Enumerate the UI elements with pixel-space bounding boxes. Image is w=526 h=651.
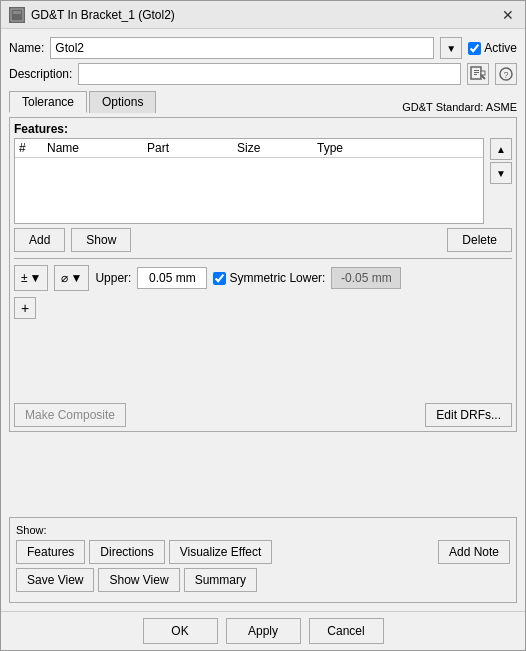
content-area: Name: ▼ Active Description:: [1, 29, 525, 611]
show-section-label: Show:: [16, 524, 510, 536]
tab-tolerance[interactable]: Tolerance: [9, 91, 87, 113]
col-part: Part: [147, 141, 237, 155]
description-label: Description:: [9, 67, 72, 81]
add-button[interactable]: Add: [14, 228, 65, 252]
col-type: Type: [317, 141, 479, 155]
features-table: # Name Part Size Type: [14, 138, 484, 224]
features-label: Features:: [14, 122, 512, 136]
divider1: [14, 258, 512, 259]
description-input[interactable]: [78, 63, 461, 85]
col-name: Name: [47, 141, 147, 155]
symmetric-label: Symmetric Lower:: [213, 271, 325, 285]
cancel-button[interactable]: Cancel: [309, 618, 384, 644]
table-body[interactable]: [15, 158, 483, 223]
tab-options[interactable]: Options: [89, 91, 156, 113]
close-button[interactable]: ✕: [499, 6, 517, 24]
circle-symbol: ⌀: [61, 271, 68, 285]
active-checkbox[interactable]: [468, 42, 481, 55]
scroll-buttons: ▲ ▼: [490, 138, 512, 224]
upper-label: Upper:: [95, 271, 131, 285]
tabs-header: Tolerance Options GD&T Standard: ASME: [9, 89, 517, 113]
features-btn-row: Add Show Delete: [14, 228, 512, 252]
features-table-wrapper: # Name Part Size Type ▲ ▼: [14, 138, 512, 224]
lower-input: [331, 267, 401, 289]
svg-rect-6: [474, 74, 477, 75]
active-checkbox-label: Active: [468, 41, 517, 55]
description-row: Description: ?: [9, 63, 517, 85]
show-view-btn[interactable]: Show View: [98, 568, 179, 592]
make-composite-button[interactable]: Make Composite: [14, 403, 126, 427]
window-icon: [9, 7, 25, 23]
svg-rect-1: [13, 11, 17, 14]
edit-drfs-button[interactable]: Edit DRFs...: [425, 403, 512, 427]
scroll-down-btn[interactable]: ▼: [490, 162, 512, 184]
desc-icon-btn2[interactable]: ?: [495, 63, 517, 85]
name-dropdown-btn[interactable]: ▼: [440, 37, 462, 59]
svg-rect-2: [17, 11, 21, 14]
desc-icon-btn1[interactable]: [467, 63, 489, 85]
empty-area: [14, 319, 512, 399]
apply-button[interactable]: Apply: [226, 618, 301, 644]
gdt-standard: GD&T Standard: ASME: [402, 101, 517, 113]
tabs: Tolerance Options: [9, 91, 156, 113]
delete-button[interactable]: Delete: [447, 228, 512, 252]
directions-show-btn[interactable]: Directions: [89, 540, 164, 564]
table-header: # Name Part Size Type: [15, 139, 483, 158]
tolerance-row: ± ▼ ⌀ ▼ Upper: Symmetric Lower:: [14, 265, 512, 291]
title-bar-left: GD&T In Bracket_1 (Gtol2): [9, 7, 175, 23]
show-btns-row1: Features Directions Visualize Effect Add…: [16, 540, 510, 564]
col-size: Size: [237, 141, 317, 155]
scroll-up-btn[interactable]: ▲: [490, 138, 512, 160]
svg-rect-5: [474, 72, 479, 73]
sym-dropdown-btn[interactable]: ± ▼: [14, 265, 48, 291]
symmetric-checkbox[interactable]: [213, 272, 226, 285]
upper-input[interactable]: [137, 267, 207, 289]
svg-rect-4: [474, 70, 479, 71]
show-button[interactable]: Show: [71, 228, 131, 252]
visualize-effect-btn[interactable]: Visualize Effect: [169, 540, 273, 564]
col-hash: #: [19, 141, 47, 155]
ok-button[interactable]: OK: [143, 618, 218, 644]
show-btns-row2: Save View Show View Summary: [16, 568, 510, 592]
add-note-button[interactable]: Add Note: [438, 540, 510, 564]
svg-rect-0: [11, 9, 23, 21]
circle-dropdown-btn[interactable]: ⌀ ▼: [54, 265, 89, 291]
active-label: Active: [484, 41, 517, 55]
title-bar: GD&T In Bracket_1 (Gtol2) ✕: [1, 1, 525, 29]
main-window: GD&T In Bracket_1 (Gtol2) ✕ Name: ▼ Acti…: [0, 0, 526, 651]
save-view-btn[interactable]: Save View: [16, 568, 94, 592]
summary-btn[interactable]: Summary: [184, 568, 257, 592]
sym-arrow: ▼: [30, 271, 42, 285]
name-input[interactable]: [50, 37, 434, 59]
plus-row: +: [14, 297, 512, 319]
window-title: GD&T In Bracket_1 (Gtol2): [31, 8, 175, 22]
name-label: Name:: [9, 41, 44, 55]
symmetric-text: Symmetric Lower:: [229, 271, 325, 285]
features-show-btn[interactable]: Features: [16, 540, 85, 564]
show-section: Show: Features Directions Visualize Effe…: [9, 517, 517, 603]
composite-row: Make Composite Edit DRFs...: [14, 403, 512, 427]
tolerance-panel: Features: # Name Part Size Type ▲ ▼: [9, 117, 517, 432]
svg-text:?: ?: [503, 70, 508, 80]
sym-symbol: ±: [21, 271, 28, 285]
plus-button[interactable]: +: [14, 297, 36, 319]
circle-arrow: ▼: [70, 271, 82, 285]
name-row: Name: ▼ Active: [9, 37, 517, 59]
bottom-buttons: OK Apply Cancel: [1, 611, 525, 650]
